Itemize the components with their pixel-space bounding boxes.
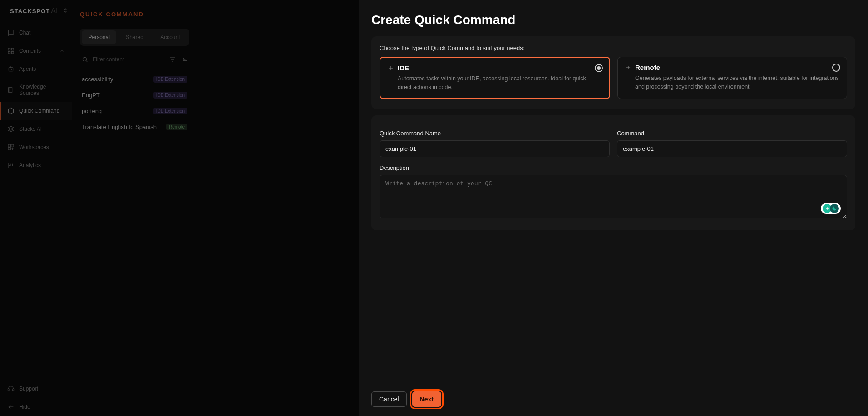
- chat-icon: [7, 29, 15, 36]
- list-item[interactable]: Translate English to Spanish Remote: [80, 119, 189, 135]
- sidebar-item-knowledge-sources[interactable]: Knowledge Sources: [0, 78, 72, 102]
- filter-icon: [169, 56, 176, 63]
- filter-button[interactable]: [168, 52, 177, 67]
- item-name: porteng: [82, 108, 102, 114]
- svg-rect-2: [8, 48, 10, 50]
- description-input[interactable]: [380, 175, 847, 218]
- quickcommand-icon: [7, 107, 15, 114]
- nav-list: Chat Contents Agents Knowledge Sources Q…: [0, 24, 72, 174]
- nav-label: Quick Command: [19, 108, 59, 114]
- svg-rect-14: [13, 389, 14, 391]
- panel-title: QUICK COMMAND: [80, 11, 189, 18]
- nav-label: Workspaces: [19, 144, 49, 150]
- item-name: EngPT: [82, 92, 100, 99]
- command-label: Command: [617, 130, 847, 137]
- svg-rect-11: [11, 144, 14, 147]
- sort-icon: [181, 56, 188, 63]
- quick-command-panel: QUICK COMMAND Personal Shared Account ac…: [72, 0, 198, 416]
- brand: STACKSPOTAI: [0, 2, 72, 24]
- grammar-moon-icon: [830, 204, 839, 213]
- brand-switcher-icon[interactable]: [63, 8, 68, 14]
- option-desc: Automates tasks within your IDE, accessi…: [388, 74, 602, 92]
- knowledge-icon: [7, 86, 15, 94]
- hide-icon: [7, 403, 15, 411]
- sidebar-item-quick-command[interactable]: Quick Command: [0, 102, 72, 120]
- tab-shared[interactable]: Shared: [117, 30, 152, 44]
- sidebar-item-stacks-ai[interactable]: Stacks AI: [0, 120, 72, 138]
- create-quick-command-modal: Create Quick Command Choose the type of …: [359, 0, 868, 416]
- command-input[interactable]: [617, 140, 847, 157]
- sidebar: STACKSPOTAI Chat Contents Agents: [0, 0, 72, 416]
- plus-icon: [388, 65, 394, 71]
- option-title: Remote: [635, 64, 660, 71]
- svg-rect-12: [8, 148, 10, 150]
- modal-footer: Cancel Next: [371, 384, 855, 407]
- radio-unselected-icon: [832, 64, 840, 72]
- filter-row: [80, 52, 189, 67]
- svg-rect-5: [11, 51, 14, 54]
- list-item[interactable]: porteng IDE Extension: [80, 103, 189, 119]
- item-badge: IDE Extension: [153, 76, 187, 83]
- type-selection-card: Choose the type of Quick Command to suit…: [371, 36, 855, 109]
- nav-label: Knowledge Sources: [19, 84, 64, 96]
- name-label: Quick Command Name: [380, 130, 610, 137]
- type-options: IDE Automates tasks within your IDE, acc…: [380, 57, 847, 99]
- sidebar-item-chat[interactable]: Chat: [0, 24, 72, 42]
- nav-label: Stacks AI: [19, 126, 42, 132]
- support-icon: [7, 385, 15, 392]
- hide-label: Hide: [19, 404, 30, 410]
- list-item[interactable]: accessibility IDE Extension: [80, 71, 189, 87]
- option-remote[interactable]: Remote Generates payloads for external s…: [617, 57, 847, 99]
- description-label: Description: [380, 164, 847, 171]
- sidebar-item-contents[interactable]: Contents: [0, 42, 72, 60]
- item-badge: IDE Extension: [153, 92, 187, 99]
- name-input[interactable]: [380, 140, 610, 157]
- nav-label: Analytics: [19, 162, 41, 168]
- svg-rect-6: [9, 68, 13, 71]
- sidebar-item-agents[interactable]: Agents: [0, 60, 72, 78]
- option-desc: Generates payloads for external services…: [625, 74, 839, 91]
- panel-tabs: Personal Shared Account: [80, 29, 189, 46]
- analytics-icon: [7, 162, 15, 169]
- agents-icon: [7, 65, 15, 73]
- sidebar-hide[interactable]: Hide: [0, 398, 72, 416]
- stacks-icon: [7, 125, 15, 133]
- filter-input[interactable]: [80, 53, 164, 66]
- svg-point-7: [10, 69, 10, 69]
- option-title: IDE: [398, 64, 409, 72]
- chevron-up-icon: [59, 48, 64, 54]
- sidebar-support[interactable]: Support: [0, 380, 72, 398]
- svg-rect-3: [11, 48, 14, 50]
- svg-marker-9: [9, 108, 14, 114]
- svg-rect-13: [8, 389, 9, 391]
- sort-button[interactable]: [181, 52, 190, 67]
- cancel-button[interactable]: Cancel: [371, 391, 407, 407]
- item-badge: IDE Extension: [153, 108, 187, 114]
- brand-name: STACKSPOTAI: [10, 7, 58, 15]
- sidebar-item-analytics[interactable]: Analytics: [0, 156, 72, 174]
- svg-rect-4: [8, 51, 10, 54]
- nav-label: Agents: [19, 66, 36, 72]
- details-card: Quick Command Name Command Description: [371, 115, 855, 230]
- item-list: accessibility IDE Extension EngPT IDE Ex…: [80, 71, 189, 135]
- contents-icon: [7, 47, 15, 54]
- nav-label: Chat: [19, 30, 30, 36]
- next-button[interactable]: Next: [412, 391, 441, 407]
- svg-rect-10: [8, 144, 10, 147]
- option-ide[interactable]: IDE Automates tasks within your IDE, acc…: [380, 57, 610, 99]
- radio-selected-icon: [595, 64, 603, 72]
- tab-personal[interactable]: Personal: [82, 30, 116, 44]
- grammar-widget[interactable]: [821, 203, 841, 214]
- item-badge: Remote: [166, 124, 187, 130]
- nav-label: Contents: [19, 48, 41, 54]
- list-item[interactable]: EngPT IDE Extension: [80, 87, 189, 103]
- item-name: Translate English to Spanish: [82, 124, 157, 130]
- choose-type-label: Choose the type of Quick Command to suit…: [380, 45, 847, 51]
- modal-title: Create Quick Command: [371, 13, 855, 27]
- sidebar-item-workspaces[interactable]: Workspaces: [0, 138, 72, 156]
- plus-icon: [625, 64, 631, 71]
- tab-account[interactable]: Account: [153, 30, 187, 44]
- workspaces-icon: [7, 144, 15, 151]
- svg-point-8: [11, 69, 12, 69]
- item-name: accessibility: [82, 76, 113, 83]
